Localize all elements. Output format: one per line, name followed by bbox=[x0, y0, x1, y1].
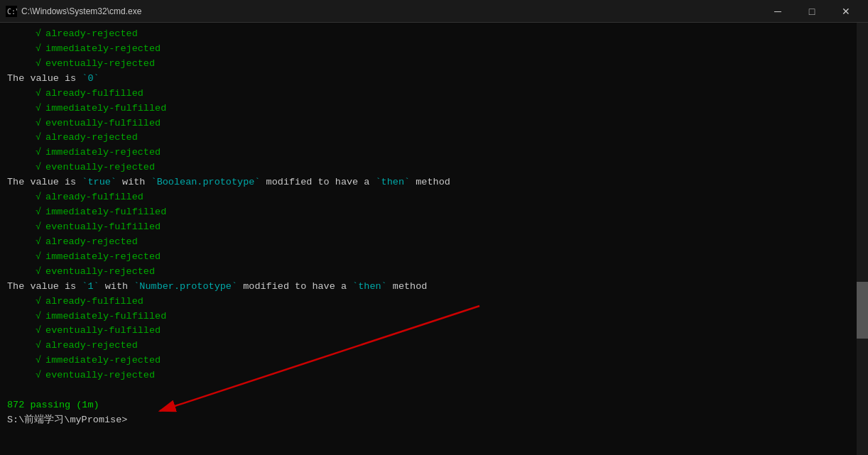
prompt-line: S:\前端学习\myPromise> bbox=[7, 413, 861, 428]
section-heading: The value is `true` with `Boolean.protot… bbox=[7, 175, 861, 190]
check-icon: √ bbox=[36, 265, 41, 280]
item-label: already-fulfilled bbox=[45, 190, 143, 205]
console-area: √ already-rejected √ immediately-rejecte… bbox=[0, 23, 868, 455]
check-icon: √ bbox=[36, 131, 41, 146]
list-item: √ eventually-fulfilled bbox=[36, 220, 861, 235]
close-button[interactable]: ✕ bbox=[830, 0, 862, 23]
list-item: √ already-fulfilled bbox=[36, 295, 861, 309]
item-label: eventually-fulfilled bbox=[45, 116, 161, 131]
section-heading: The value is `1` with `Number.prototype`… bbox=[7, 280, 861, 295]
maximize-button[interactable]: □ bbox=[796, 0, 828, 23]
check-icon: √ bbox=[36, 235, 41, 250]
check-icon: √ bbox=[36, 295, 41, 309]
list-item: √ immediately-rejected bbox=[36, 42, 861, 57]
item-label: immediately-rejected bbox=[45, 146, 161, 160]
list-item: √ immediately-rejected bbox=[36, 250, 861, 265]
list-item: √ already-rejected bbox=[36, 339, 861, 353]
list-item: √ already-rejected bbox=[36, 235, 861, 250]
check-icon: √ bbox=[36, 87, 41, 102]
item-label: already-fulfilled bbox=[45, 87, 143, 102]
check-icon: √ bbox=[36, 57, 41, 72]
item-label: immediately-fulfilled bbox=[45, 205, 166, 220]
list-item: √ eventually-rejected bbox=[36, 265, 861, 280]
empty-line bbox=[7, 383, 861, 398]
check-icon: √ bbox=[36, 339, 41, 353]
list-item: √ already-fulfilled bbox=[36, 87, 861, 102]
window: C:\ C:\Windows\System32\cmd.exe ─ □ ✕ √ … bbox=[0, 0, 868, 455]
check-icon: √ bbox=[36, 324, 41, 339]
check-icon: √ bbox=[36, 368, 41, 383]
list-item: √ already-fulfilled bbox=[36, 190, 861, 205]
check-icon: √ bbox=[36, 160, 41, 175]
list-item: √ immediately-fulfilled bbox=[36, 102, 861, 116]
section-heading: The value is `0` bbox=[7, 72, 861, 87]
item-label: eventually-fulfilled bbox=[45, 220, 161, 235]
list-item: √ immediately-rejected bbox=[36, 146, 861, 160]
passing-text: 872 passing (1m) bbox=[7, 398, 99, 413]
item-label: already-fulfilled bbox=[45, 295, 143, 309]
prompt-text: S:\前端学习\myPromise> bbox=[7, 413, 127, 428]
title-bar: C:\ C:\Windows\System32\cmd.exe ─ □ ✕ bbox=[0, 0, 868, 23]
check-icon: √ bbox=[36, 27, 41, 42]
check-icon: √ bbox=[36, 353, 41, 368]
scrollbar[interactable] bbox=[857, 23, 868, 455]
list-item: √ eventually-rejected bbox=[36, 57, 861, 72]
item-label: already-rejected bbox=[45, 131, 138, 146]
item-label: immediately-fulfilled bbox=[45, 309, 166, 324]
list-item: √ immediately-fulfilled bbox=[36, 205, 861, 220]
passing-line-container: 872 passing (1m) bbox=[7, 398, 99, 413]
svg-text:C:\: C:\ bbox=[7, 8, 17, 16]
list-item: √ eventually-rejected bbox=[36, 368, 861, 383]
window-title: C:\Windows\System32\cmd.exe bbox=[21, 6, 141, 16]
list-item: √ already-rejected bbox=[36, 131, 861, 146]
scrollbar-thumb[interactable] bbox=[857, 282, 868, 339]
cmd-icon: C:\ bbox=[6, 6, 17, 17]
check-icon: √ bbox=[36, 42, 41, 57]
check-icon: √ bbox=[36, 250, 41, 265]
item-label: immediately-fulfilled bbox=[45, 102, 166, 116]
item-label: immediately-rejected bbox=[45, 250, 161, 265]
item-label: already-rejected bbox=[45, 235, 138, 250]
check-icon: √ bbox=[36, 190, 41, 205]
check-icon: √ bbox=[36, 205, 41, 220]
passing-line: 872 passing (1m) bbox=[7, 398, 99, 413]
minimize-button[interactable]: ─ bbox=[761, 0, 794, 23]
item-label: already-rejected bbox=[45, 339, 138, 353]
item-label: eventually-rejected bbox=[45, 57, 155, 72]
list-item: √ already-rejected bbox=[36, 27, 861, 42]
list-item: √ immediately-rejected bbox=[36, 353, 861, 368]
list-item: √ eventually-fulfilled bbox=[36, 116, 861, 131]
item-label: eventually-rejected bbox=[45, 160, 155, 175]
list-item: √ eventually-fulfilled bbox=[36, 324, 861, 339]
list-item: √ immediately-fulfilled bbox=[36, 309, 861, 324]
list-item: √ eventually-rejected bbox=[36, 160, 861, 175]
item-label: eventually-rejected bbox=[45, 265, 155, 280]
item-label: already-rejected bbox=[45, 27, 138, 42]
check-icon: √ bbox=[36, 220, 41, 235]
heading-text: The value is `0` bbox=[7, 72, 99, 87]
check-icon: √ bbox=[36, 309, 41, 324]
item-label: eventually-fulfilled bbox=[45, 324, 161, 339]
heading-text: The value is `true` with `Boolean.protot… bbox=[7, 175, 450, 190]
heading-text: The value is `1` with `Number.prototype`… bbox=[7, 280, 427, 295]
check-icon: √ bbox=[36, 102, 41, 116]
check-icon: √ bbox=[36, 116, 41, 131]
check-icon: √ bbox=[36, 146, 41, 160]
window-controls: ─ □ ✕ bbox=[761, 0, 862, 23]
item-label: eventually-rejected bbox=[45, 368, 155, 383]
item-label: immediately-rejected bbox=[45, 353, 161, 368]
title-bar-left: C:\ C:\Windows\System32\cmd.exe bbox=[6, 6, 141, 17]
item-label: immediately-rejected bbox=[45, 42, 161, 57]
